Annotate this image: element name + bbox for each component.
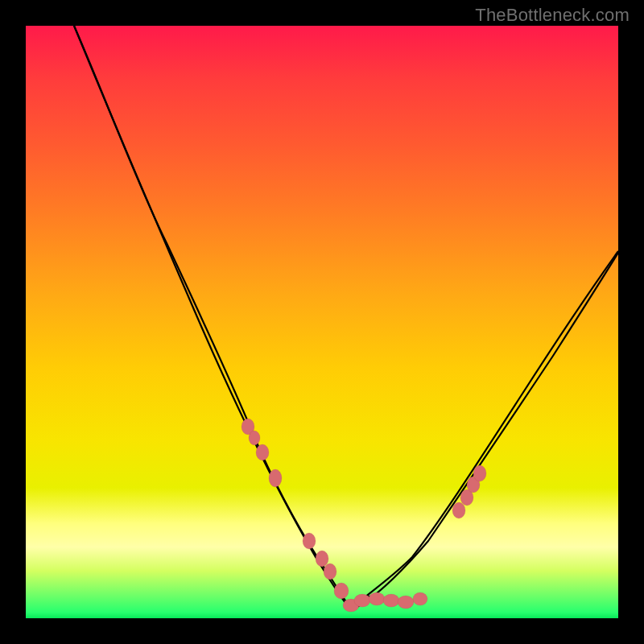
dot-6: [316, 551, 328, 567]
dot-11: [369, 592, 385, 605]
dot-8: [334, 583, 349, 599]
dot-5: [303, 533, 316, 549]
dot-14: [413, 592, 427, 605]
dot-15: [452, 502, 465, 518]
plot-area: [26, 26, 618, 618]
dot-4: [269, 469, 282, 487]
dot-7: [324, 564, 336, 580]
curve-layer: [26, 26, 618, 618]
dot-18: [473, 465, 486, 481]
chart-frame: TheBottleneck.com: [0, 0, 644, 644]
dot-3: [256, 444, 269, 460]
marker-dots: [242, 419, 486, 612]
bottleneck-curve: [74, 26, 618, 609]
dot-10: [354, 594, 370, 607]
watermark-text: TheBottleneck.com: [475, 5, 630, 26]
bottleneck-curve-left: [74, 26, 351, 610]
bottleneck-curve-right: [351, 253, 618, 610]
dot-13: [398, 596, 414, 609]
dot-12: [383, 594, 399, 607]
dot-2: [249, 431, 260, 445]
